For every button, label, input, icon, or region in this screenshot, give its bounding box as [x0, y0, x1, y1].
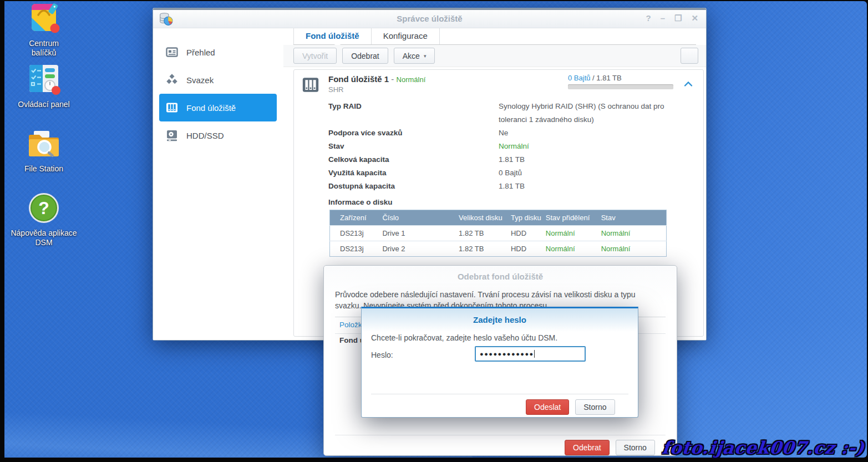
collapse-chevron-up-icon[interactable]	[684, 79, 693, 89]
property-value-status: Normální	[499, 140, 671, 153]
pool-status: Normální	[397, 75, 426, 84]
cell-allocation-status: Normální	[546, 241, 601, 257]
item-column-header: Položk	[339, 321, 362, 329]
password-dialog-message: Chcete-li pokračovat, zadejte heslo vaše…	[371, 333, 557, 342]
help-button[interactable]: ?	[646, 13, 651, 23]
sidebar: Přehled Svazek	[153, 28, 283, 340]
divider	[371, 394, 628, 394]
password-dialog-title[interactable]: Zadejte heslo	[362, 315, 638, 324]
cell-allocation-status: Normální	[546, 226, 601, 241]
tab-configuration[interactable]: Konfigurace	[372, 28, 440, 44]
desktop-icon-package-center[interactable]: Centrum balíčků	[4, 1, 83, 58]
submit-button[interactable]: Odeslat	[526, 399, 569, 415]
hdd-icon	[165, 129, 179, 142]
property-value: Ne	[499, 126, 671, 140]
property-label: Stav	[328, 140, 499, 153]
property-row: Celková kapacita 1.81 TB	[328, 153, 683, 166]
tab-bar: Fond úložiště Konfigurace	[293, 28, 696, 45]
cell-disk-size: 1.82 TB	[459, 226, 511, 241]
actions-label: Akce	[403, 52, 420, 60]
cell-disk-size: 1.82 TB	[459, 241, 511, 257]
property-row: Podpora více svazků Ne	[328, 126, 683, 140]
sidebar-item-volume[interactable]: Svazek	[153, 66, 283, 94]
sort-button[interactable]	[681, 48, 698, 64]
property-label: Typ RAID	[328, 100, 499, 126]
sidebar-item-label: Svazek	[186, 75, 214, 85]
minimize-button[interactable]: –	[661, 13, 665, 23]
chevron-down-icon: ▾	[424, 53, 427, 59]
cell-disk-type: HDD	[511, 226, 546, 241]
remove-dialog-title[interactable]: Odebrat fond úložiště	[324, 272, 677, 281]
remove-confirm-button[interactable]: Odebrat	[565, 440, 610, 455]
password-cancel-button[interactable]: Storno	[575, 399, 615, 415]
property-value: 1.81 TB	[499, 153, 671, 166]
actions-dropdown-button[interactable]: Akce ▾	[394, 48, 435, 64]
password-masked-value: ●●●●●●●●●●●●	[480, 351, 534, 357]
dsm-help-icon: ?	[28, 192, 60, 224]
pool-properties: Typ RAID Synology Hybrid RAID (SHR) (S o…	[328, 100, 683, 193]
property-row: Stav Normální	[328, 140, 683, 153]
sidebar-item-overview[interactable]: Přehled	[153, 38, 283, 66]
property-label: Celková kapacita	[328, 153, 499, 166]
sidebar-item-storage-pool[interactable]: Fond úložiště	[159, 94, 277, 121]
window-titlebar[interactable]: Správce úložiště ? – ❐ ✕	[153, 8, 706, 28]
column-header-number[interactable]: Číslo	[382, 210, 459, 226]
property-value: 0 Bajtů	[499, 166, 671, 180]
divider	[335, 435, 666, 435]
file-station-icon	[26, 128, 62, 160]
text-caret	[534, 350, 535, 358]
pool-usage-bar	[568, 84, 673, 89]
sidebar-item-hdd-ssd[interactable]: HDD/SSD	[153, 121, 283, 149]
desktop-icon-label: Ovládací panel	[4, 100, 83, 109]
property-row: Využitá kapacita 0 Bajtů	[328, 166, 683, 180]
cell-number: Drive 1	[382, 226, 459, 241]
pool-title: Fond úložiště 1	[328, 74, 389, 84]
disk-table-row[interactable]: DS213j Drive 1 1.82 TB HDD Normální Norm…	[330, 226, 667, 241]
pool-total: 1.81 TB	[596, 74, 621, 82]
usage-separator: /	[592, 74, 595, 82]
pool-title-separator: -	[391, 74, 394, 84]
disk-table-row[interactable]: DS213j Drive 2 1.82 TB HDD Normální Norm…	[330, 241, 667, 257]
sidebar-item-label: Fond úložiště	[186, 103, 236, 113]
package-center-icon	[27, 1, 61, 34]
desktop-icon-label: File Station	[4, 164, 83, 174]
close-button[interactable]: ✕	[691, 13, 698, 23]
desktop-icon-label: Centrum balíčků	[19, 39, 68, 58]
property-label: Podpora více svazků	[328, 126, 499, 140]
storage-pool-icon	[165, 101, 179, 114]
property-row: Dostupná kapacita 1.81 TB	[328, 180, 683, 193]
remove-button[interactable]: Odebrat	[342, 48, 388, 64]
toolbar: Vytvořit Odebrat Akce ▾	[283, 45, 706, 67]
password-dialog: Zadejte heslo Chcete-li pokračovat, zade…	[361, 307, 638, 418]
cell-device: DS213j	[330, 226, 383, 241]
column-header-status[interactable]: Stav	[601, 210, 667, 226]
remove-cancel-button[interactable]: Storno	[616, 440, 655, 455]
cell-disk-type: HDD	[511, 241, 546, 257]
desktop-icon-dsm-help[interactable]: ? Nápověda aplikace DSM	[4, 192, 83, 247]
password-label: Heslo:	[371, 351, 393, 359]
disk-info-title: Informace o disku	[328, 198, 393, 206]
column-header-device[interactable]: Zařízení	[330, 210, 383, 226]
pool-raid-type: SHR	[328, 85, 343, 94]
volume-cubes-icon	[165, 73, 179, 87]
column-header-disk-size[interactable]: Velikost disku	[459, 210, 511, 226]
photo-watermark: foto.ijacek007.cz :-)	[661, 438, 866, 458]
desktop-icon-file-station[interactable]: File Station	[4, 128, 83, 174]
desktop-icon-control-panel[interactable]: Ovládací panel	[4, 63, 83, 109]
tab-storage-pool[interactable]: Fond úložiště	[293, 28, 372, 44]
disk-table-header-row: Zařízení Číslo Velikost disku Typ disku …	[330, 210, 667, 226]
create-button[interactable]: Vytvořit	[293, 48, 337, 64]
maximize-button[interactable]: ❐	[674, 13, 682, 23]
overview-icon	[165, 45, 179, 59]
password-input[interactable]: ●●●●●●●●●●●●	[475, 346, 586, 362]
column-header-allocation-status[interactable]: Stav přidělení	[546, 210, 601, 226]
svg-text:?: ?	[38, 198, 49, 218]
cell-device: DS213j	[330, 241, 383, 257]
control-panel-icon	[27, 63, 61, 95]
sidebar-item-label: HDD/SSD	[186, 131, 224, 140]
desktop-icon-label: Nápověda aplikace DSM	[4, 229, 83, 247]
column-header-disk-type[interactable]: Typ disku	[511, 210, 546, 226]
screen: Centrum balíčků Ovládací panel Fi	[0, 0, 868, 462]
pool-used: 0 Bajtů	[568, 74, 590, 82]
cell-status: Normální	[601, 226, 667, 241]
